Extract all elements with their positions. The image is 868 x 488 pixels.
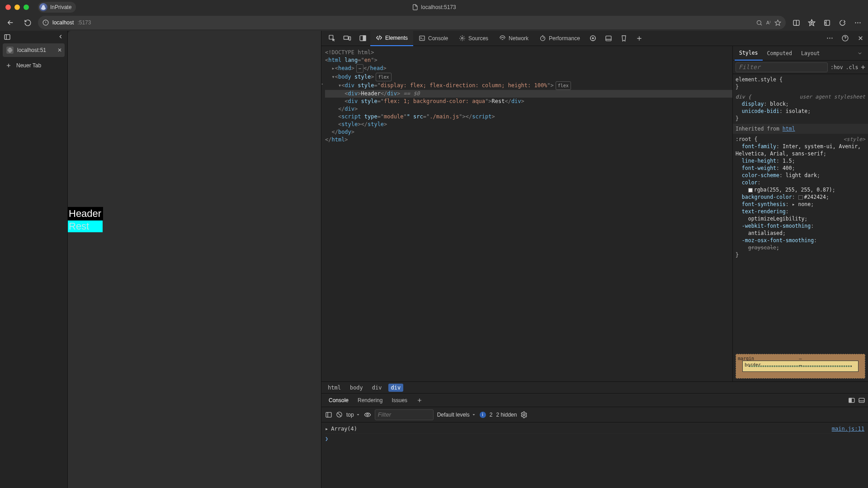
url-host: localhost xyxy=(52,19,74,26)
drawer-tab-rendering[interactable]: Rendering xyxy=(353,394,387,407)
svg-rect-14 xyxy=(420,36,425,41)
gutter-actions-icon[interactable]: ⋯ xyxy=(321,80,323,88)
tab-elements[interactable]: Elements xyxy=(370,31,413,46)
tab-close-icon[interactable]: ✕ xyxy=(57,47,62,53)
tab-network[interactable]: Network xyxy=(494,31,534,46)
collections-icon[interactable] xyxy=(820,16,834,29)
elements-icon xyxy=(376,34,382,41)
svg-point-20 xyxy=(827,38,828,38)
devtools-panel: Elements Console Sources Network Perform… xyxy=(321,31,868,488)
network-icon xyxy=(499,35,506,42)
read-aloud-icon[interactable]: A⁾ xyxy=(766,20,771,26)
issues-badge-icon[interactable] xyxy=(616,31,632,46)
device-toolbar-icon[interactable] xyxy=(340,31,355,46)
styles-content[interactable]: element.style { } div {user agent styles… xyxy=(733,74,868,351)
toggle-cls[interactable]: .cls xyxy=(846,64,859,71)
info-count-badge[interactable]: 2i xyxy=(480,412,486,418)
drawer-tab-console[interactable]: Console xyxy=(324,394,353,407)
styles-filter-row: :hov .cls + xyxy=(733,61,868,74)
crumb-html[interactable]: html xyxy=(325,384,344,392)
sidebar-collapse-icon[interactable] xyxy=(57,33,64,41)
console-source-link[interactable]: main.js:11 xyxy=(832,426,864,432)
devtools-help-icon[interactable] xyxy=(837,31,853,46)
page-rest-div[interactable]: Rest xyxy=(68,221,103,232)
styles-tabs: Styles Computed Layout xyxy=(733,46,868,61)
box-model-diagram[interactable]: margin – border – xyxy=(736,354,865,379)
subtab-layout[interactable]: Layout xyxy=(797,46,825,61)
back-button[interactable] xyxy=(4,16,17,29)
console-live-expr-icon[interactable] xyxy=(364,411,371,418)
styles-filter-input[interactable] xyxy=(736,62,828,72)
devtools-close-icon[interactable] xyxy=(853,31,868,46)
expand-arrow-icon[interactable]: ▸ xyxy=(325,426,328,432)
window-titlebar: InPrivate localhost:5173 xyxy=(0,0,868,14)
more-tools-icon[interactable] xyxy=(585,31,601,46)
chevron-down-icon xyxy=(472,413,476,417)
tab-console[interactable]: Console xyxy=(413,31,453,46)
console-filter-input[interactable] xyxy=(375,409,434,420)
svg-rect-19 xyxy=(606,36,611,41)
console-context-select[interactable]: top xyxy=(346,412,360,418)
devtools-menu-icon[interactable] xyxy=(822,31,837,46)
info-count: 2 xyxy=(490,412,493,418)
new-tab-button[interactable]: Neuer Tab xyxy=(0,60,67,71)
crumb-div1[interactable]: div xyxy=(369,384,385,392)
inherited-link[interactable]: html xyxy=(783,126,795,132)
selected-dom-node[interactable]: <div>Header</div> == $0 xyxy=(325,90,732,98)
devtools-body: ⋯ <!DOCTYPE html> <html lang="en"> ▸<hea… xyxy=(321,46,868,381)
subtab-computed[interactable]: Computed xyxy=(763,46,797,61)
svg-point-1 xyxy=(757,20,761,24)
hidden-count[interactable]: 2 hidden xyxy=(496,412,517,418)
close-window-button[interactable] xyxy=(5,5,11,10)
styles-more-icon[interactable] xyxy=(854,51,866,56)
tab-sources[interactable]: Sources xyxy=(453,31,494,46)
drawer-add-tab-icon[interactable] xyxy=(412,394,427,407)
styles-panel: Styles Computed Layout :hov .cls + xyxy=(732,46,868,381)
color-swatch-icon[interactable] xyxy=(748,188,753,192)
toggle-hov[interactable]: :hov xyxy=(830,64,843,71)
tab-localhost[interactable]: localhost:51 ✕ xyxy=(3,43,65,57)
elements-tree[interactable]: ⋯ <!DOCTYPE html> <html lang="en"> ▸<hea… xyxy=(321,46,732,381)
drawer-tab-issues[interactable]: Issues xyxy=(387,394,412,407)
url-bar[interactable]: localhost:5173 A⁾ xyxy=(38,16,786,29)
extensions-icon[interactable] xyxy=(835,16,849,29)
refresh-button[interactable] xyxy=(21,16,34,29)
minimize-window-button[interactable] xyxy=(14,5,20,10)
svg-point-6 xyxy=(859,22,860,23)
console-body[interactable]: ▸ Array(4) main.js:11 ❯ xyxy=(321,422,868,488)
crumb-div2[interactable]: div xyxy=(388,384,404,392)
console-clear-icon[interactable] xyxy=(336,411,343,418)
color-swatch-icon[interactable] xyxy=(798,195,803,200)
sidebar-toggle-icon[interactable] xyxy=(4,33,11,41)
profile-badge[interactable]: InPrivate xyxy=(38,2,76,13)
console-log-row[interactable]: ▸ Array(4) main.js:11 xyxy=(325,424,864,434)
maximize-window-button[interactable] xyxy=(24,5,29,10)
crumb-body[interactable]: body xyxy=(347,384,366,392)
drawer-collapse-icon[interactable] xyxy=(858,397,865,404)
console-settings-icon[interactable] xyxy=(520,411,528,418)
new-style-rule-icon[interactable]: + xyxy=(861,64,865,71)
svg-point-30 xyxy=(523,414,525,416)
drawer-dock-icon[interactable] xyxy=(848,397,855,404)
zoom-icon[interactable] xyxy=(756,19,763,26)
menu-icon[interactable] xyxy=(851,16,864,29)
tab-performance[interactable]: Performance xyxy=(534,31,585,46)
inspect-element-icon[interactable] xyxy=(324,31,340,46)
console-prompt[interactable]: ❯ xyxy=(325,434,864,444)
toggle-drawer-icon[interactable] xyxy=(601,31,616,46)
dom-breadcrumb: html body div div xyxy=(321,381,868,393)
favorites-icon[interactable] xyxy=(805,16,818,29)
svg-rect-25 xyxy=(849,398,851,402)
subtab-styles[interactable]: Styles xyxy=(735,46,763,61)
add-tab-icon[interactable] xyxy=(632,31,647,46)
console-sidebar-toggle-icon[interactable] xyxy=(325,411,332,418)
console-levels-select[interactable]: Default levels xyxy=(437,412,476,418)
page-header-div[interactable]: Header xyxy=(68,207,103,221)
tab-title: localhost:51 xyxy=(17,47,46,53)
favorite-star-icon[interactable] xyxy=(774,19,781,26)
dock-side-icon[interactable] xyxy=(355,31,370,46)
traffic-lights xyxy=(5,5,29,10)
split-screen-icon[interactable] xyxy=(789,16,803,29)
site-info-icon[interactable] xyxy=(42,19,49,26)
inherited-from-row: Inherited from html xyxy=(733,124,868,134)
